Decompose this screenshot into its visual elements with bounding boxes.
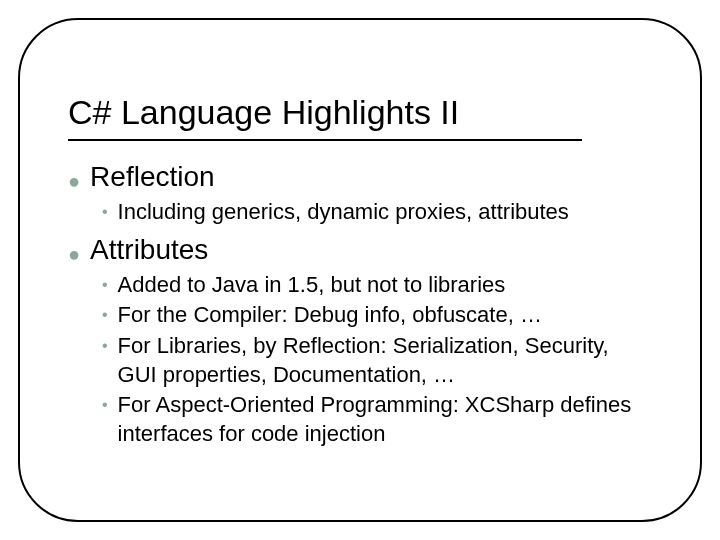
slide-frame: C# Language Highlights II ● Reflection •…	[18, 18, 702, 522]
slide-title: C# Language Highlights II	[68, 94, 652, 137]
dot-icon: •	[102, 277, 108, 293]
bullet-text: Added to Java in 1.5, but not to librari…	[118, 271, 506, 300]
bullet-label: Reflection	[90, 159, 215, 195]
list-item: ● Attributes • Added to Java in 1.5, but…	[68, 232, 652, 448]
bullet-level-1: ● Attributes	[68, 232, 652, 268]
bullet-level-2: • Added to Java in 1.5, but not to libra…	[102, 271, 652, 300]
slide-body: ● Reflection • Including generics, dynam…	[68, 159, 652, 448]
bullet-text: For Libraries, by Reflection: Serializat…	[118, 332, 652, 389]
list-item: ● Reflection • Including generics, dynam…	[68, 159, 652, 226]
title-underline	[68, 139, 582, 141]
slide: C# Language Highlights II ● Reflection •…	[0, 0, 720, 540]
dot-icon: •	[102, 397, 108, 413]
bullet-text: Including generics, dynamic proxies, att…	[118, 198, 569, 227]
bullet-level-2: • For Aspect-Oriented Programming: XCSha…	[102, 391, 652, 448]
bullet-level-2: • For Libraries, by Reflection: Serializ…	[102, 332, 652, 389]
dot-icon: •	[102, 307, 108, 323]
bullet-text: For the Compiler: Debug info, obfuscate,…	[118, 301, 542, 330]
bullet-level-2: • For the Compiler: Debug info, obfuscat…	[102, 301, 652, 330]
bullet-level-1: ● Reflection	[68, 159, 652, 195]
dot-icon: •	[102, 204, 108, 220]
bullet-text: For Aspect-Oriented Programming: XCSharp…	[118, 391, 652, 448]
bullet-label: Attributes	[90, 232, 208, 268]
dot-icon: •	[102, 338, 108, 354]
bullet-level-2: • Including generics, dynamic proxies, a…	[102, 198, 652, 227]
disc-icon: ●	[68, 171, 80, 191]
title-block: C# Language Highlights II	[68, 94, 652, 141]
disc-icon: ●	[68, 244, 80, 264]
